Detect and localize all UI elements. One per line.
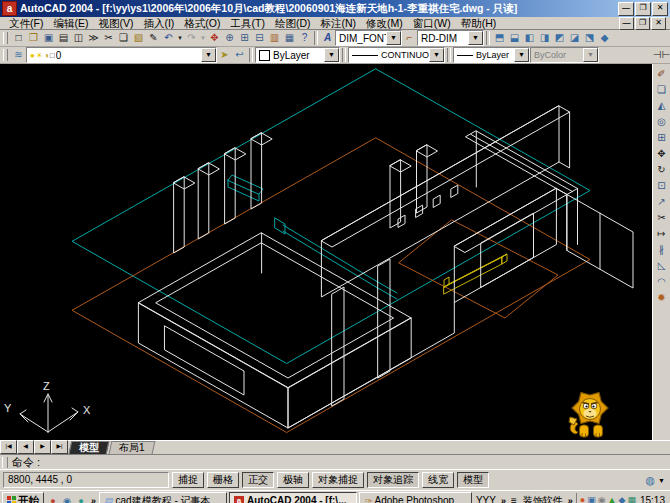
fillet-icon[interactable]: ◠: [654, 274, 670, 289]
toolbar-grip[interactable]: [3, 32, 8, 44]
grid-toggle[interactable]: 栅格: [207, 472, 239, 488]
tab-last-button[interactable]: ▶|: [51, 440, 68, 454]
redo-icon[interactable]: ↷: [184, 31, 199, 45]
command-line[interactable]: 命令 :: [0, 454, 670, 469]
cut-icon[interactable]: ✂: [101, 31, 116, 45]
view-left-icon[interactable]: ◧: [522, 31, 537, 45]
combo-arrow-icon[interactable]: ▼: [514, 48, 529, 62]
doc-close-button[interactable]: ✕: [651, 17, 666, 30]
tray-icon-2[interactable]: ▣: [587, 493, 596, 503]
quick-launch-1-icon[interactable]: ●: [46, 494, 60, 503]
open-icon[interactable]: ❐: [26, 31, 41, 45]
view-ne-iso-icon[interactable]: ⬔: [582, 31, 597, 45]
layer-combobox[interactable]: ●☀◑□ 0 ▼: [26, 47, 217, 63]
combo-arrow-icon[interactable]: ▼: [429, 48, 444, 62]
break-icon[interactable]: ∦: [654, 242, 670, 257]
view-se-iso-icon[interactable]: ◪: [567, 31, 582, 45]
tab-first-button[interactable]: |◀: [0, 440, 17, 454]
menu-format[interactable]: 格式(O): [179, 17, 225, 29]
publish-icon[interactable]: ≫: [86, 31, 101, 45]
doc-restore-button[interactable]: ❐: [635, 17, 650, 30]
autocad-app-icon[interactable]: a: [2, 1, 17, 16]
tool-palettes-icon[interactable]: ▥: [267, 31, 282, 45]
combo-arrow-icon[interactable]: ▼: [468, 31, 483, 45]
layer-previous-icon[interactable]: ↩: [232, 48, 247, 62]
close-button[interactable]: ✕: [652, 2, 668, 16]
combo-arrow-icon[interactable]: ▼: [386, 31, 401, 45]
scale-icon[interactable]: ⊡: [654, 178, 670, 193]
otrack-toggle[interactable]: 对象追踪: [367, 472, 419, 488]
menu-file[interactable]: 文件(F): [4, 17, 48, 29]
desktop-toolbar-chevron[interactable]: »: [567, 496, 574, 503]
help-icon[interactable]: ?: [297, 31, 312, 45]
antivirus-lion-mascot[interactable]: [566, 386, 616, 442]
restore-button[interactable]: ❐: [635, 2, 651, 16]
tray-icon-4[interactable]: ▲: [608, 493, 617, 503]
text-style-icon[interactable]: A: [320, 31, 335, 45]
menu-view[interactable]: 视图(V): [93, 17, 138, 29]
save-icon[interactable]: ▣: [41, 31, 56, 45]
doc-minimize-button[interactable]: —: [619, 17, 634, 30]
properties-icon[interactable]: ▦: [282, 31, 297, 45]
polar-toggle[interactable]: 极轴: [277, 472, 309, 488]
task-notepad[interactable]: ▤cad建模教程 - 记事本: [99, 492, 227, 503]
new-icon[interactable]: □: [11, 31, 26, 45]
zoom-window-icon[interactable]: ⊞: [237, 31, 252, 45]
explode-icon[interactable]: ✹: [654, 290, 670, 305]
linetype-combobox[interactable]: CONTINUOUS ▼: [348, 47, 445, 63]
menu-dimension[interactable]: 标注(N): [316, 17, 362, 29]
menu-window[interactable]: 窗口(W): [408, 17, 456, 29]
pan-icon[interactable]: ✥: [207, 31, 222, 45]
command-grip[interactable]: [2, 457, 8, 468]
toolbar-grip[interactable]: [3, 49, 8, 61]
tab-prev-button[interactable]: ◀: [17, 440, 34, 454]
language-chevron[interactable]: »: [500, 496, 507, 503]
language-bar[interactable]: YYY: [474, 495, 498, 503]
array-icon[interactable]: ⊞: [654, 130, 670, 145]
quick-launch-ie-icon[interactable]: ◉: [60, 494, 74, 503]
copy-clip-icon[interactable]: ❏: [116, 31, 131, 45]
tray-icon-6[interactable]: ▦: [627, 493, 636, 503]
dimension-edit-icon[interactable]: ⊣⊢: [654, 48, 669, 62]
stretch-icon[interactable]: ↗: [654, 194, 670, 209]
lwt-toggle[interactable]: 线宽: [422, 472, 454, 488]
undo-list-arrow[interactable]: ▾: [176, 31, 184, 45]
coordinate-display[interactable]: 8800, 4445 , 0: [3, 472, 169, 488]
zoom-previous-icon[interactable]: ⊟: [252, 31, 267, 45]
color-combobox[interactable]: ByLayer ▼: [255, 47, 340, 63]
offset-icon[interactable]: ◎: [654, 114, 670, 129]
text-style-combobox[interactable]: DIM_FONT ▼: [335, 30, 402, 46]
model-toggle[interactable]: 模型: [457, 472, 489, 488]
combo-arrow-icon[interactable]: ▼: [324, 48, 339, 62]
menu-edit[interactable]: 编辑(E): [48, 17, 93, 29]
rotate-icon[interactable]: ↻: [654, 162, 670, 177]
snap-toggle[interactable]: 捕捉: [172, 472, 204, 488]
drawing-canvas[interactable]: ZXY: [0, 64, 652, 440]
menu-draw[interactable]: 绘图(D): [270, 17, 316, 29]
view-sw-iso-icon[interactable]: ◩: [552, 31, 567, 45]
minimize-button[interactable]: —: [618, 2, 634, 16]
tab-model[interactable]: 模型: [69, 441, 110, 454]
osnap-toggle[interactable]: 对象捕捉: [312, 472, 364, 488]
zoom-realtime-icon[interactable]: ⊕: [222, 31, 237, 45]
view-top-icon[interactable]: ⬒: [492, 31, 507, 45]
menu-insert[interactable]: 插入(I): [138, 17, 179, 29]
start-button[interactable]: 开始: [2, 492, 44, 503]
dim-style-combobox[interactable]: RD-DIM ▼: [417, 30, 484, 46]
copy-icon[interactable]: ❏: [654, 82, 670, 97]
tab-next-button[interactable]: ▶: [34, 440, 51, 454]
plot-icon[interactable]: ▤: [56, 31, 71, 45]
move-icon[interactable]: ✥: [654, 146, 670, 161]
make-object-layer-current-icon[interactable]: ➤: [217, 48, 232, 62]
tray-icon-3[interactable]: ◉: [598, 493, 606, 503]
extend-icon[interactable]: ↦: [654, 226, 670, 241]
task-autocad[interactable]: aAutoCAD 2004 - [f:\...: [229, 492, 357, 503]
view-bottom-icon[interactable]: ⬓: [507, 31, 522, 45]
ortho-toggle[interactable]: 正交: [242, 472, 274, 488]
undo-icon[interactable]: ↶: [161, 31, 176, 45]
tab-layout1[interactable]: 布局1: [109, 441, 155, 454]
view-right-icon[interactable]: ◨: [537, 31, 552, 45]
lineweight-combobox[interactable]: ByLayer ▼: [453, 47, 530, 63]
match-properties-icon[interactable]: ✎: [146, 31, 161, 45]
tray-icon-1[interactable]: ●: [580, 493, 585, 503]
